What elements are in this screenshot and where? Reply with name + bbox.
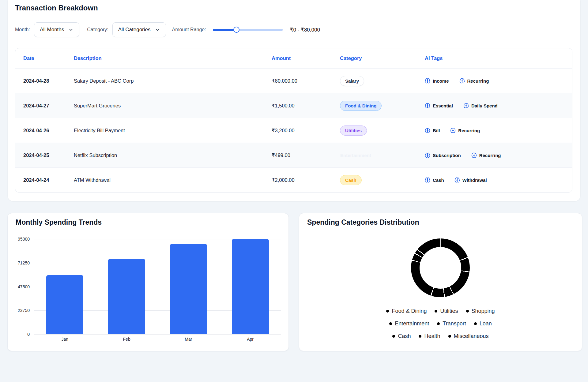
slider-fill [213,29,237,31]
column-header-category: Category [332,55,417,61]
y-tick-label: 23750 [18,308,30,313]
ai-tag: Recurring [471,152,501,158]
table-header-row: Date Description Amount Category AI Tags [15,48,572,68]
column-header-ai-tags: AI Tags [417,55,572,61]
category-filter-label: Category: [87,27,108,32]
table-row: 2024-04-24 ATM Withdrawal ₹2,000.00 Cash… [15,167,572,192]
ai-tags-cell: Bill Recurring [417,128,572,133]
description-cell: Netflix Subscription [66,152,264,158]
category-badge: Utilities [340,125,367,136]
legend-item-utilities[interactable]: Utilities [435,308,458,314]
amount-cell: ₹80,000.00 [264,78,332,84]
amount-range-label: Amount Range: [172,27,206,32]
ai-tag: Recurring [450,128,480,133]
date-cell: 2024-04-24 [15,177,66,183]
ai-tag: Recurring [459,78,489,84]
slider-thumb[interactable] [233,27,239,33]
description-cell: ATM Withdrawal [66,177,264,183]
spending-distribution-card: Spending Categories Distribution Food & … [299,213,582,351]
y-tick-label: 71250 [18,260,30,265]
legend-label: Cash [398,333,411,339]
legend-label: Miscellaneous [454,333,489,339]
category-cell: Food & Dining [332,101,417,111]
legend-item-shopping[interactable]: Shopping [466,308,495,314]
amount-range-slider[interactable] [213,29,283,31]
amount-cell: ₹499.00 [264,152,332,158]
ai-tag: Income [425,78,449,84]
legend-item-loan[interactable]: Loan [474,320,492,327]
bar-chart-y-axis: 023750475007125095000 [8,239,32,334]
date-cell: 2024-04-26 [15,128,66,133]
page-title: Transaction Breakdown [15,4,98,12]
category-cell: Salary [332,76,417,86]
ai-tags-cell: Income Recurring [417,78,572,84]
month-select[interactable]: All Months [34,22,79,37]
x-tick-label: Mar [158,337,220,342]
legend-dot [435,310,437,313]
category-badge: Salary [340,76,364,86]
legend-label: Health [424,333,440,339]
legend-dot [437,322,440,325]
brain-icon [471,152,477,158]
donut-legend: Food & DiningUtilitiesShoppingEntertainm… [299,307,582,340]
legend-label: Transport [443,320,466,327]
category-cell: Cash [332,175,417,185]
ai-tags-cell: Subscription Recurring [417,152,572,158]
bar-chart-title: Monthly Spending Trends [16,218,102,227]
brain-icon [425,128,430,133]
amount-range-value: ₹0 - ₹80,000 [290,27,320,33]
bar-mar[interactable] [170,244,207,334]
donut-chart-title: Spending Categories Distribution [307,218,419,227]
brain-icon [463,103,469,108]
ai-tags-cell: Essential Daily Spend [417,103,572,108]
legend-item-miscellaneous[interactable]: Miscellaneous [448,333,489,339]
donut-hole [420,247,461,289]
legend-label: Utilities [440,308,458,314]
legend-item-cash[interactable]: Cash [392,333,411,339]
description-cell: SuperMart Groceries [66,103,264,109]
month-select-value: All Months [40,27,64,33]
legend-item-food-dining[interactable]: Food & Dining [386,308,427,314]
legend-dot [448,335,451,338]
chevron-down-icon [68,27,74,32]
ai-tags-cell: Cash Withdrawal [417,177,572,183]
ai-tag: Bill [425,128,440,133]
gridline [34,334,281,335]
transaction-breakdown-card: Transaction Breakdown Month: All Months … [8,0,580,201]
table-row: 2024-04-28 Salary Deposit - ABC Corp ₹80… [15,68,572,93]
category-badge: Food & Dining [340,101,382,111]
bar-apr[interactable] [232,239,269,334]
amount-cell: ₹3,200.00 [264,128,332,133]
legend-label: Loan [480,320,492,327]
brain-icon [454,177,460,183]
dashboard-viewport: Transaction Breakdown Month: All Months … [0,0,588,382]
x-tick-label: Feb [96,337,158,342]
donut-chart[interactable] [411,238,470,297]
legend-dot [389,322,392,325]
brain-icon [425,78,430,84]
legend-row: EntertainmentTransportLoan [389,319,492,328]
brain-icon [425,177,430,183]
bar-feb[interactable] [108,259,145,334]
date-cell: 2024-04-25 [15,152,66,158]
table-row: 2024-04-25 Netflix Subscription ₹499.00 … [15,143,572,167]
ai-tag: Withdrawal [454,177,487,183]
filters-bar: Month: All Months Category: All Categori… [15,22,320,37]
legend-item-entertainment[interactable]: Entertainment [389,320,429,327]
category-cell: Entertainment [332,150,417,160]
ai-tag: Cash [425,177,444,183]
table-row: 2024-04-26 Electricity Bill Payment ₹3,2… [15,118,572,143]
legend-item-health[interactable]: Health [419,333,440,339]
legend-label: Food & Dining [392,308,427,314]
date-cell: 2024-04-28 [15,78,66,84]
bar-chart-plot[interactable] [34,239,281,334]
category-cell: Utilities [332,125,417,136]
bar-jan[interactable] [46,275,83,334]
category-badge-faint: Entertainment [340,150,376,160]
column-header-description: Description [66,55,264,61]
month-filter-label: Month: [15,27,30,32]
x-tick-label: Jan [34,337,96,342]
category-select[interactable]: All Categories [112,22,166,37]
legend-label: Entertainment [395,320,429,327]
legend-item-transport[interactable]: Transport [437,320,466,327]
